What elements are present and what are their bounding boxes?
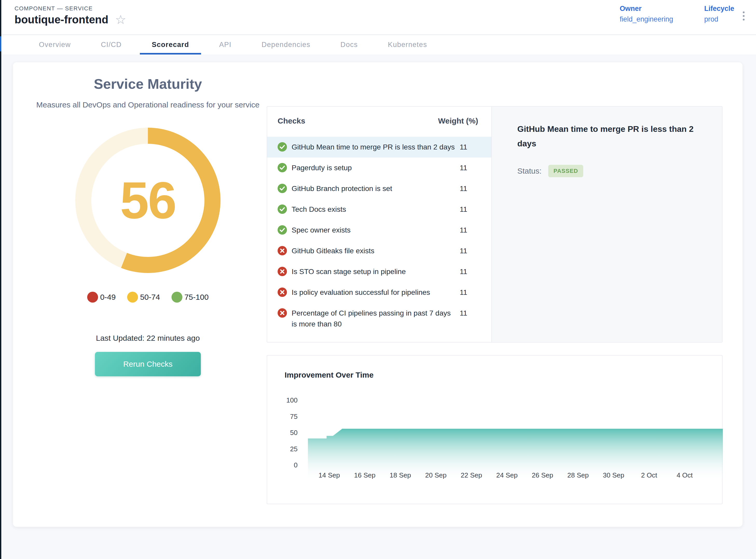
- check-status-icon: [278, 184, 287, 193]
- svg-text:18 Sep: 18 Sep: [390, 471, 411, 479]
- scorecard-title: Service Maturity: [18, 76, 278, 92]
- legend-item: 75-100: [171, 292, 209, 303]
- rerun-checks-button[interactable]: Rerun Checks: [95, 352, 201, 376]
- check-weight: 11: [460, 142, 491, 153]
- svg-text:22 Sep: 22 Sep: [461, 471, 482, 479]
- legend-label: 50-74: [140, 293, 160, 301]
- check-label: Percentage of CI pipelines passing in pa…: [292, 308, 455, 330]
- check-label: Is STO scan stage setup in pipeline: [292, 266, 455, 277]
- svg-text:20 Sep: 20 Sep: [425, 471, 446, 479]
- check-weight: 11: [460, 308, 491, 319]
- legend-item: 50-74: [127, 292, 160, 303]
- check-status-icon: [278, 246, 287, 255]
- weight-column-header: Weight (%): [438, 116, 478, 125]
- legend-item: 0-49: [87, 292, 116, 303]
- check-status-icon: [278, 267, 287, 276]
- check-detail-panel: GitHub Mean time to merge PR is less tha…: [491, 107, 722, 342]
- legend-dot: [171, 292, 182, 303]
- check-row[interactable]: Spec owner exists 11: [267, 220, 491, 241]
- check-label: Pagerduty is setup: [292, 162, 455, 173]
- svg-text:0: 0: [294, 461, 298, 469]
- tabs: OverviewCI/CDScorecardAPIDependenciesDoc…: [0, 35, 756, 54]
- owner-value-link[interactable]: field_engineering: [620, 15, 673, 23]
- tab-label: Docs: [340, 41, 358, 49]
- check-weight: 11: [460, 204, 491, 215]
- entity-header: COMPONENT — SERVICE boutique-frontend ☆ …: [0, 0, 756, 35]
- check-row[interactable]: Pagerduty is setup 11: [267, 158, 491, 178]
- tab-ci-cd[interactable]: CI/CD: [86, 35, 137, 54]
- check-status-icon: [278, 308, 287, 318]
- check-row[interactable]: Is policy evaluation successful for pipe…: [267, 282, 491, 303]
- more-options-kebab-icon[interactable]: [741, 9, 747, 23]
- check-label: Is policy evaluation successful for pipe…: [292, 287, 455, 298]
- check-row[interactable]: Tech Docs exists 11: [267, 199, 491, 220]
- check-weight: 11: [460, 183, 491, 194]
- check-weight: 11: [460, 225, 491, 236]
- score-gauge: 56: [75, 128, 221, 273]
- legend-label: 75-100: [184, 293, 209, 301]
- page-title: boutique-frontend: [15, 14, 109, 26]
- check-status-icon: [278, 163, 287, 172]
- check-status-icon: [278, 142, 287, 152]
- check-label: GitHub Branch protection is set: [292, 183, 455, 194]
- check-weight: 11: [460, 246, 491, 256]
- check-row[interactable]: Is STO scan stage setup in pipeline 11: [267, 261, 491, 282]
- legend-dot: [87, 292, 98, 303]
- check-weight: 11: [460, 266, 491, 277]
- tab-overview[interactable]: Overview: [24, 35, 86, 54]
- svg-text:2 Oct: 2 Oct: [641, 471, 658, 479]
- tab-scorecard[interactable]: Scorecard: [137, 35, 204, 54]
- check-weight: 11: [460, 287, 491, 298]
- window-left-edge: [0, 0, 1, 559]
- scorecard-subtitle: Measures all DevOps and Operational read…: [34, 98, 262, 111]
- tab-kubernetes[interactable]: Kubernetes: [373, 35, 442, 54]
- check-status-icon: [278, 225, 287, 234]
- svg-text:16 Sep: 16 Sep: [354, 471, 375, 479]
- svg-text:4 Oct: 4 Oct: [677, 471, 693, 479]
- lifecycle-label: Lifecycle: [704, 5, 734, 13]
- svg-text:50: 50: [290, 429, 298, 437]
- scorecard-card: Service Maturity Measures all DevOps and…: [13, 62, 742, 527]
- svg-text:100: 100: [287, 396, 298, 404]
- svg-text:25: 25: [290, 445, 298, 453]
- svg-text:30 Sep: 30 Sep: [603, 471, 624, 479]
- check-row[interactable]: GitHub Gitleaks file exists 11: [267, 241, 491, 261]
- tab-label: Overview: [39, 41, 71, 49]
- owner-label: Owner: [620, 5, 673, 13]
- check-row[interactable]: GitHub Branch protection is set 11: [267, 178, 491, 199]
- checks-panel: Checks Weight (%) GitHub Mean time to me…: [267, 106, 723, 342]
- check-label: Spec owner exists: [292, 225, 455, 236]
- tab-label: Dependencies: [261, 41, 310, 49]
- breadcrumb: COMPONENT — SERVICE: [15, 5, 93, 12]
- check-row[interactable]: Percentage of CI pipelines passing in pa…: [267, 303, 491, 335]
- legend-dot: [127, 292, 138, 303]
- last-updated-text: Last Updated: 22 minutes ago: [18, 334, 278, 342]
- status-label: Status:: [517, 166, 542, 175]
- svg-text:24 Sep: 24 Sep: [496, 471, 518, 479]
- check-label: Tech Docs exists: [292, 204, 455, 215]
- scorecard-page: COMPONENT — SERVICE boutique-frontend ☆ …: [0, 0, 756, 559]
- check-status-icon: [278, 204, 287, 214]
- tab-label: API: [219, 41, 231, 49]
- tab-api[interactable]: API: [204, 35, 247, 54]
- tab-label: Kubernetes: [388, 41, 427, 49]
- legend-label: 0-49: [100, 293, 116, 301]
- check-weight: 11: [460, 162, 491, 173]
- tab-docs[interactable]: Docs: [325, 35, 373, 54]
- svg-text:26 Sep: 26 Sep: [532, 471, 553, 479]
- improvement-chart-card: Improvement Over Time 1007550250 14 Sep1…: [267, 355, 723, 504]
- lifecycle-value: prod: [704, 15, 734, 23]
- svg-text:28 Sep: 28 Sep: [567, 471, 589, 479]
- tab-dependencies[interactable]: Dependencies: [247, 35, 325, 54]
- svg-text:14 Sep: 14 Sep: [319, 471, 340, 479]
- check-row[interactable]: GitHub Mean time to merge PR is less tha…: [267, 137, 491, 158]
- score-value: 56: [75, 128, 221, 273]
- tab-label: Scorecard: [152, 41, 189, 49]
- check-label: GitHub Gitleaks file exists: [292, 246, 455, 256]
- favorite-star-icon[interactable]: ☆: [115, 14, 127, 26]
- tab-label: CI/CD: [101, 41, 122, 49]
- checks-column-header: Checks: [278, 116, 305, 125]
- y-axis-labels: 1007550250: [287, 396, 298, 469]
- check-status-icon: [278, 288, 287, 297]
- score-legend: 0-49 50-74 75-100: [18, 292, 278, 303]
